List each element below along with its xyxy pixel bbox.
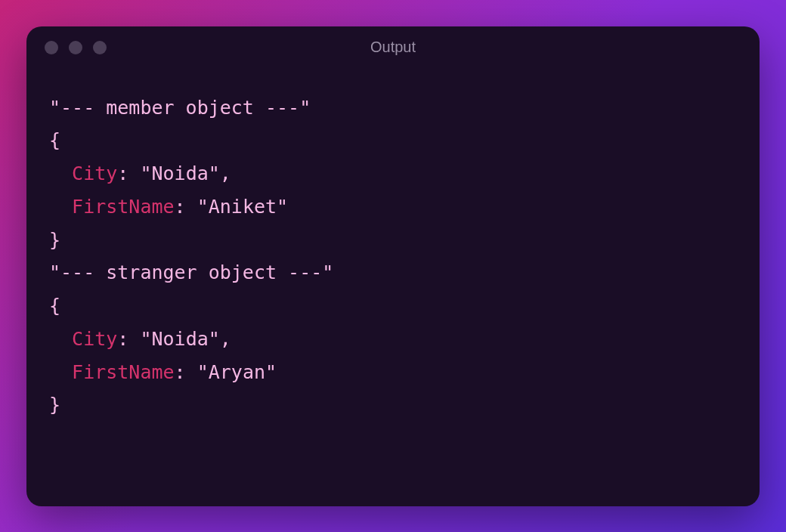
colon: : [175,361,186,383]
output-line: } [49,224,737,257]
titlebar: Output [26,26,760,69]
open-brace: { [49,295,60,317]
colon: : [175,196,186,218]
open-brace: { [49,129,60,151]
output-window: Output "--- member object ---" { City: "… [26,26,760,506]
object-value: "Noida" [140,162,219,184]
output-line: "--- member object ---" [49,91,737,125]
output-line: "--- stranger object ---" [49,256,737,289]
object-key: FirstName [72,361,174,383]
object-value: "Noida" [140,328,219,350]
section-label: "--- member object ---" [49,97,311,119]
comma: , [220,328,231,350]
section-label: "--- stranger object ---" [49,261,333,283]
output-line: { [49,124,737,157]
output-line: City: "Noida", [49,323,737,356]
close-brace: } [49,229,60,251]
comma: , [220,162,231,184]
maximize-icon[interactable] [93,41,107,54]
object-key: City [72,328,117,350]
colon: : [117,162,128,184]
close-icon[interactable] [45,41,58,54]
object-key: FirstName [72,196,174,218]
output-line: FirstName: "Aniket" [49,190,737,224]
output-line: { [49,289,737,323]
minimize-icon[interactable] [69,41,82,54]
window-title: Output [370,39,416,56]
object-value: "Aniket" [197,196,288,218]
traffic-lights [45,41,107,54]
output-line: } [49,388,737,422]
output-content: "--- member object ---" { City: "Noida",… [26,69,760,506]
object-value: "Aryan" [197,361,277,383]
close-brace: } [49,394,60,416]
output-line: City: "Noida", [49,157,737,190]
colon: : [117,328,128,350]
object-key: City [72,162,117,184]
output-line: FirstName: "Aryan" [49,356,737,389]
